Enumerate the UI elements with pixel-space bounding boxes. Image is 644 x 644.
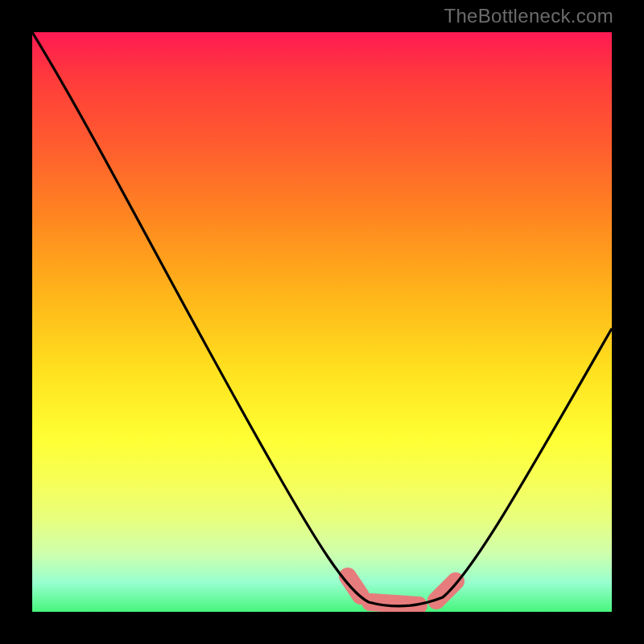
sweet-spot-band	[348, 576, 456, 605]
watermark-label: TheBottleneck.com	[444, 5, 613, 27]
curve-layer	[32, 32, 612, 612]
chart-frame: TheBottleneck.com	[0, 0, 644, 644]
plot-area	[32, 32, 612, 612]
bottleneck-curve	[32, 32, 612, 606]
